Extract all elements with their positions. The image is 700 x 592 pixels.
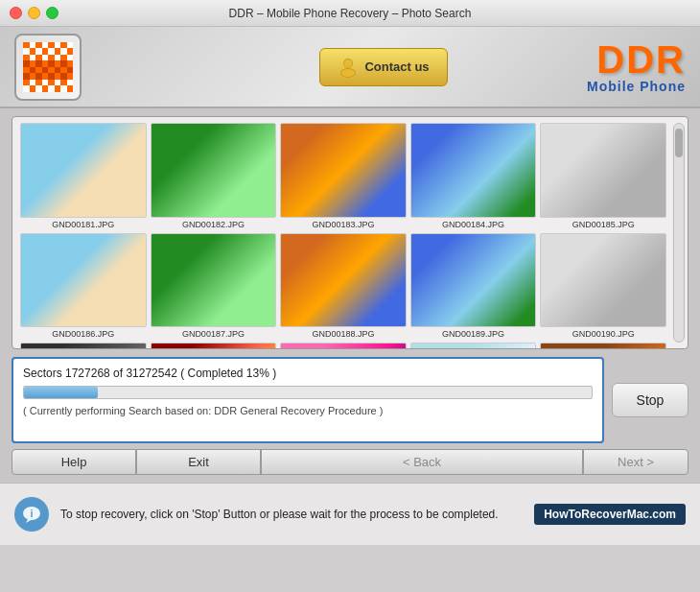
svg-marker-5 <box>26 519 33 523</box>
photo-area: GND00181.JPGGND00182.JPGGND00183.JPGGND0… <box>12 116 688 349</box>
svg-point-3 <box>341 69 355 77</box>
traffic-lights <box>10 7 58 19</box>
procedure-text: ( Currently performing Search based on: … <box>23 405 593 416</box>
list-item[interactable]: GND00183.JPG <box>280 123 407 229</box>
photo-grid: GND00181.JPGGND00182.JPGGND00183.JPGGND0… <box>20 123 680 349</box>
exit-button[interactable]: Exit <box>136 449 261 475</box>
list-item[interactable]: GND00190.JPG <box>540 233 666 340</box>
progress-section: Sectors 1727268 of 31272542 ( Completed … <box>12 357 604 443</box>
minimize-button[interactable] <box>28 7 40 19</box>
list-item[interactable]: GND00189.JPG <box>410 233 537 340</box>
info-bar: i To stop recovery, click on 'Stop' Butt… <box>0 483 700 545</box>
list-item[interactable]: GND00186.JPG <box>20 233 147 340</box>
logo-box <box>14 34 82 101</box>
contact-button[interactable]: Contact us <box>319 48 447 86</box>
help-button[interactable]: Help <box>12 449 136 475</box>
progress-bar-container <box>23 386 593 399</box>
logo-icon <box>23 42 73 92</box>
stop-button[interactable]: Stop <box>612 383 688 417</box>
person-icon <box>338 57 359 78</box>
controls-row: Sectors 1727268 of 31272542 ( Completed … <box>12 357 688 443</box>
list-item[interactable]: GND00187.JPG <box>151 233 277 340</box>
list-item[interactable]: GND00181.JPG <box>20 123 147 229</box>
brand-area: DDR Mobile Phone <box>587 40 686 94</box>
list-item[interactable]: GND00182.JPG <box>151 123 277 229</box>
list-item[interactable] <box>410 343 537 349</box>
list-item[interactable] <box>540 343 666 349</box>
list-item[interactable] <box>280 343 407 349</box>
contact-label: Contact us <box>364 59 429 74</box>
title-bar: DDR – Mobile Phone Recovery – Photo Sear… <box>0 0 700 27</box>
scrollbar-thumb[interactable] <box>675 129 683 157</box>
nav-row: Help Exit < Back Next > <box>12 449 688 475</box>
speech-bubble-icon: i <box>21 504 42 525</box>
info-message: To stop recovery, click on 'Stop' Button… <box>60 508 523 521</box>
main-content: GND00181.JPGGND00182.JPGGND00183.JPGGND0… <box>0 108 700 483</box>
list-item[interactable]: GND00188.JPG <box>280 233 407 340</box>
list-item[interactable] <box>20 343 147 349</box>
svg-text:i: i <box>30 508 33 519</box>
progress-bar-fill <box>24 387 98 398</box>
sectors-text: Sectors 1727268 of 31272542 ( Completed … <box>23 367 593 380</box>
next-button[interactable]: Next > <box>583 449 688 475</box>
maximize-button[interactable] <box>46 7 58 19</box>
info-icon: i <box>14 497 49 532</box>
brand-sub: Mobile Phone <box>587 79 686 94</box>
scrollbar[interactable] <box>673 123 685 343</box>
header: Contact us DDR Mobile Phone <box>0 27 700 108</box>
list-item[interactable]: GND00185.JPG <box>540 123 666 229</box>
list-item[interactable] <box>151 343 277 349</box>
brand-ddr: DDR <box>587 40 686 79</box>
close-button[interactable] <box>10 7 22 19</box>
svg-point-2 <box>344 59 352 67</box>
watermark: HowToRecoverMac.com <box>534 504 686 525</box>
window-title: DDR – Mobile Phone Recovery – Photo Sear… <box>229 7 472 20</box>
back-button[interactable]: < Back <box>261 449 583 475</box>
list-item[interactable]: GND00184.JPG <box>410 123 537 229</box>
